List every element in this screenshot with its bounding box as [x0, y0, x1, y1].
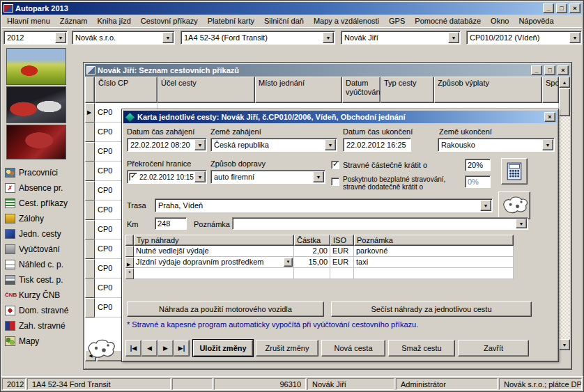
grid-cell-note[interactable]: parkovné [354, 246, 514, 257]
column-header-spolu[interactable]: Spolu [542, 77, 559, 103]
maximize-button[interactable]: □ [544, 65, 555, 75]
close-button[interactable]: × [569, 3, 581, 13]
dialog-title-bar[interactable]: Karta jednotlivé cesty: Novák Jiří, č.CP… [123, 111, 557, 123]
grid-row-selector[interactable] [125, 257, 134, 268]
chevron-down-icon[interactable]: ▼ [194, 171, 206, 182]
column-header-misto-jednani[interactable]: Místo jednání [255, 77, 342, 103]
grid-column-iso[interactable]: ISO [330, 235, 354, 246]
vehicle-combo[interactable]: 1A4 52-34 (Ford Transit) ▼ [180, 31, 335, 45]
note-combo[interactable]: ▼ [232, 217, 528, 230]
grid-cell-note[interactable] [354, 268, 514, 279]
row-selector[interactable] [85, 103, 95, 123]
chevron-down-icon[interactable]: ▼ [480, 200, 491, 211]
menu-okno[interactable]: Okno [486, 15, 514, 26]
grid-row-current[interactable]: Jízdní výdaje dopravním prostředkem ▼ 15… [125, 257, 514, 268]
company-combo[interactable]: Novák s.r.o. ▼ [72, 31, 175, 45]
nav-first-button[interactable]: |◀ [125, 340, 141, 356]
sidebar-item-zah-stravne[interactable]: Zah. stravné [5, 318, 79, 334]
chevron-down-icon[interactable]: ▼ [162, 32, 174, 43]
grid-row[interactable]: Nutné vedlejší výdaje 2,00 EUR parkovné [125, 246, 514, 257]
menu-kniha-jizd[interactable]: Kniha jízd [93, 15, 136, 26]
grid-cell-amount[interactable]: 2,00 [294, 246, 330, 257]
sidebar-item-jedn-cesty[interactable]: Jedn. cesty [5, 226, 79, 242]
end-datetime-field[interactable]: 22.02.2012 16:25 [343, 138, 411, 152]
menu-platebni-karty[interactable]: Platební karty [203, 15, 259, 26]
grid-column-poznamka[interactable]: Poznámka [354, 235, 514, 246]
grid-column-typ-nahrady[interactable]: Typ náhrady [134, 235, 294, 246]
minimize-button[interactable]: _ [531, 65, 542, 75]
row-selector[interactable] [85, 201, 95, 220]
meal-cut-percent-field[interactable]: 20% [465, 159, 491, 171]
scroll-down-icon[interactable]: ▼ [559, 339, 570, 350]
grid-cell-iso[interactable]: EUR [330, 257, 354, 268]
grid-cell-note[interactable]: taxi [354, 257, 514, 268]
end-country-combo[interactable]: Rakousko ▼ [438, 138, 555, 152]
vehicle-compensation-button[interactable]: Náhrada za použití motorového vozidla [127, 301, 324, 317]
sidebar-item-cest-prikazy[interactable]: Cest. příkazy [5, 196, 79, 211]
grid-cell-amount[interactable]: 15,00 [294, 257, 330, 268]
start-country-combo[interactable]: Česká republika ▼ [210, 138, 337, 152]
route-combo[interactable]: Praha, Vídeň ▼ [155, 198, 493, 212]
calculator-button[interactable] [501, 158, 528, 185]
menu-zaznam[interactable]: Záznam [55, 15, 93, 26]
trip-combo[interactable]: CP010/2012 (Vídeň) ▼ [466, 31, 582, 45]
map-cloud-button[interactable] [85, 338, 116, 361]
menu-pomocne-databaze[interactable]: Pomocné databáze [410, 15, 486, 26]
driver-combo[interactable]: Novák Jiří ▼ [341, 31, 461, 45]
sidebar-item-nahled-cp[interactable]: Náhled c. p. [5, 257, 79, 272]
grid-cell-type[interactable] [134, 268, 294, 279]
chevron-down-icon[interactable]: ▼ [569, 32, 581, 43]
free-meals-percent-field[interactable]: 0% [465, 175, 491, 188]
map-button[interactable] [498, 191, 530, 219]
sidebar-item-vyuctovani[interactable]: Vyúčtování [5, 242, 79, 257]
list-window-title-bar[interactable]: Novák Jiří: Seznam cestovních příkazů _ … [85, 64, 570, 77]
chevron-down-icon[interactable]: ▼ [448, 32, 459, 43]
sidebar-item-dom-stravne[interactable]: Dom. stravné [5, 303, 79, 318]
km-field[interactable]: 248 [155, 217, 187, 230]
chevron-down-icon[interactable]: ▼ [313, 171, 324, 182]
menu-napoveda[interactable]: Nápověda [514, 15, 558, 26]
delete-trip-button[interactable]: Smaž cestu [388, 340, 455, 356]
nav-last-button[interactable]: ▶| [174, 340, 190, 356]
border-cross-checkbox[interactable] [129, 173, 137, 181]
chevron-down-icon[interactable]: ▼ [542, 139, 553, 150]
close-dialog-button[interactable]: Zavřít [458, 340, 529, 356]
grid-cell-type-combo[interactable]: Jízdní výdaje dopravním prostředkem ▼ [134, 257, 294, 268]
scrollbar-thumb[interactable] [559, 88, 570, 116]
vertical-scrollbar[interactable]: ▲ ▼ [559, 77, 570, 350]
sidebar-item-tisk-cest-p[interactable]: Tisk cest. p. [5, 272, 79, 288]
nav-next-button[interactable]: ▶ [157, 340, 174, 356]
grid-cell-iso[interactable]: EUR [330, 246, 354, 257]
column-header-cislo-cp[interactable]: Číslo CP [95, 77, 157, 103]
title-bar[interactable]: Autopark 2013 _ □ × [2, 2, 582, 15]
sidebar-item-pracovnici[interactable]: Pracovníci [5, 165, 79, 180]
save-button[interactable]: Uložit změny [193, 340, 253, 356]
column-header-zpusob-vyplaty[interactable]: Způsob výplaty [434, 77, 542, 103]
sidebar-item-absence[interactable]: Absence pr. [5, 180, 79, 196]
scroll-up-icon[interactable]: ▲ [559, 77, 570, 88]
row-selector[interactable] [85, 181, 95, 201]
chevron-down-icon[interactable]: ▼ [284, 258, 293, 267]
row-selector[interactable] [85, 142, 95, 162]
menu-mapy-a-vzdalenosti[interactable]: Mapy a vzdálenosti [309, 15, 384, 26]
row-selector[interactable] [85, 123, 95, 142]
sidebar-item-kurzy-cnb[interactable]: ČNB Kurzy ČNB [5, 288, 79, 303]
close-icon[interactable]: × [544, 112, 555, 122]
menu-hlavni-menu[interactable]: Hlavní menu [2, 15, 55, 26]
grid-cell-iso[interactable] [330, 268, 354, 279]
year-combo[interactable]: 2012 ▼ [3, 31, 68, 45]
close-button[interactable]: × [558, 65, 569, 75]
menu-silnicni-dan[interactable]: Silniční daň [259, 15, 309, 26]
grid-column-castka[interactable]: Částka [294, 235, 330, 246]
nav-prev-button[interactable]: ◀ [141, 340, 157, 356]
row-selector[interactable] [85, 298, 95, 317]
column-header-datum-vyuctovani[interactable]: Datum vyúčtování [342, 77, 381, 103]
meal-cut-checkbox[interactable] [331, 161, 339, 169]
grid-row-selector[interactable] [125, 246, 134, 257]
new-trip-button[interactable]: Nová cesta [321, 340, 385, 356]
grid-cell-type[interactable]: Nutné vedlejší výdaje [134, 246, 294, 257]
free-meals-checkbox[interactable] [331, 178, 339, 186]
maximize-button[interactable]: □ [556, 3, 567, 13]
menu-cestovni-prikazy[interactable]: Cestovní příkazy [136, 15, 203, 26]
chevron-down-icon[interactable]: ▼ [323, 32, 334, 43]
